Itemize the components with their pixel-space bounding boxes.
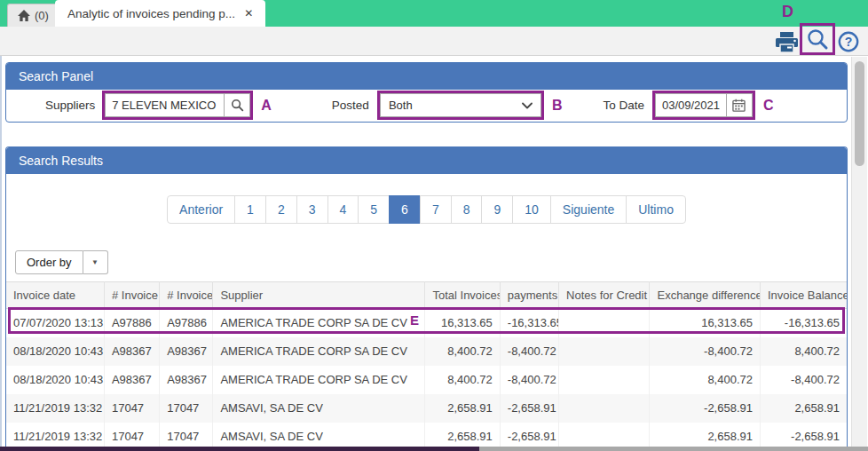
to-date-annotation-box [652,91,755,120]
table-cell: AMERICA TRADE CORP SA DE CV [213,337,425,366]
column-header[interactable]: Exchange difference [650,282,761,309]
page-button-10[interactable]: 10 [512,195,551,224]
table-cell [559,394,650,423]
close-icon[interactable]: ✕ [244,7,253,20]
column-header[interactable]: Invoice date [6,282,104,309]
page-button-4[interactable]: 4 [327,195,359,224]
supplier-lookup-button[interactable] [224,93,250,117]
page-button-5[interactable]: 5 [358,195,390,224]
search-results-panel: Search Results Anterior12345678910Siguie… [5,146,848,447]
question-mark-icon: ? [838,31,859,52]
page-button-3[interactable]: 3 [296,195,328,224]
search-icon [806,28,829,51]
printer-icon [775,32,799,53]
table-row[interactable]: 08/18/2020 10:43A98367A98367AMERICA TRAD… [6,366,847,394]
table-cell: 16,313.65 [650,309,761,337]
table-cell: -8,400.72 [650,337,761,366]
table-cell: 8,400.72 [425,337,500,366]
table-row[interactable]: 08/18/2020 10:43A98367A98367AMERICA TRAD… [6,337,847,366]
table-cell: 2,658.91 [425,423,500,447]
table-cell: -2,658.91 [500,394,558,423]
order-by-button[interactable]: Order by [15,250,83,274]
table-cell: -8,400.72 [500,366,558,394]
calendar-button[interactable] [726,93,753,117]
annotation-letter-b: B [552,98,563,114]
page-button-6[interactable]: 6 [389,195,421,224]
page-button-siguiente[interactable]: Siguiente [550,195,627,224]
tab-home-label: (0) [35,9,49,22]
table-cell: -16,313.65 [500,309,558,337]
annotation-letter-e: E [410,313,419,328]
column-header[interactable]: Invoice Balance [761,282,848,309]
posted-select[interactable]: Both [380,93,541,117]
to-date-input[interactable] [655,93,726,117]
page-button-7[interactable]: 7 [420,195,452,224]
dropdown-caret-icon: ▼ [91,258,99,266]
results-table-body: 07/07/2020 13:13A97886A97886AMERICA TRAD… [6,309,847,447]
search-panel: Search Panel Suppliers A Posted Both [5,62,848,123]
page-button-2[interactable]: 2 [265,195,297,224]
help-button[interactable]: ? [837,30,859,52]
pagination: Anterior12345678910SiguienteUltimo [167,195,686,224]
results-table-head-row: Invoice date# Invoice# InvoiceSupplierTo… [6,282,847,309]
print-button[interactable] [774,31,799,53]
table-cell [559,423,650,447]
column-header[interactable]: Supplier [213,282,425,309]
table-cell: -2,658.91 [761,423,848,447]
annotation-letter-c: C [763,98,774,114]
posted-annotation-box: Both [377,91,544,120]
page-button-1[interactable]: 1 [234,195,266,224]
table-cell: A97886 [104,309,159,337]
column-header[interactable]: Notes for Credit [559,282,650,309]
toolbar [0,27,868,56]
table-cell: A98367 [104,337,159,366]
table-cell: 8,400.72 [650,366,761,394]
table-cell: 17047 [104,423,159,447]
table-cell: 08/18/2020 10:43 [6,337,104,366]
table-cell: -8,400.72 [761,366,848,394]
table-row[interactable]: 11/21/2019 13:321704717047AMSAVI, SA DE … [6,423,847,447]
column-header[interactable]: # Invoice [160,282,213,309]
posted-select-value: Both [389,99,413,112]
suppliers-input[interactable] [105,93,224,117]
table-cell: 2,658.91 [425,394,500,423]
table-cell: AMSAVI, SA DE CV [213,394,425,423]
table-cell: A98367 [160,366,213,394]
tab-analytic-invoices[interactable]: Analytic of invoices pending p... ✕ [55,0,265,27]
table-row[interactable]: 11/21/2019 13:321704717047AMSAVI, SA DE … [6,394,847,423]
page-button-8[interactable]: 8 [451,195,483,224]
tab-active-label: Analytic of invoices pending p... [67,7,235,20]
table-cell: -8,400.72 [500,337,558,366]
table-cell: 16,313.65 [425,309,500,337]
bottom-edge-strip [0,447,868,451]
tab-home[interactable]: (0) [7,4,59,27]
page-button-9[interactable]: 9 [481,195,513,224]
table-cell: AMERICA TRADE CORP SA DE CV [213,366,425,394]
column-header[interactable]: Total Invoices [425,282,500,309]
column-header[interactable]: # Invoice [104,282,159,309]
search-annotation-box[interactable] [800,23,835,55]
page-button-anterior[interactable]: Anterior [167,195,235,224]
bottom-strip-gray [479,447,868,451]
table-cell [559,366,650,394]
suppliers-label: Suppliers [45,99,95,112]
table-cell: 2,658.91 [761,394,848,423]
table-cell: 17047 [160,423,213,447]
table-cell: AMERICA TRADE CORP SA DE CV [213,309,425,337]
table-cell: -2,658.91 [500,423,558,447]
table-row[interactable]: 07/07/2020 13:13A97886A97886AMERICA TRAD… [6,309,847,337]
order-by-dropdown-button[interactable]: ▼ [83,250,108,274]
to-date-label: To Date [603,99,644,112]
scrollbar-thumb[interactable] [855,61,864,166]
table-cell: 8,400.72 [761,337,848,366]
page-button-ultimo[interactable]: Ultimo [626,195,686,224]
table-cell: 11/21/2019 13:32 [6,394,104,423]
vertical-scrollbar[interactable] [851,57,867,447]
home-icon [18,10,30,21]
table-cell: A97886 [160,309,213,337]
column-header[interactable]: payments [500,282,558,309]
table-cell: 17047 [160,394,213,423]
table-cell [559,337,650,366]
search-panel-body: Suppliers A Posted Both [6,90,847,121]
table-cell: A98367 [160,337,213,366]
